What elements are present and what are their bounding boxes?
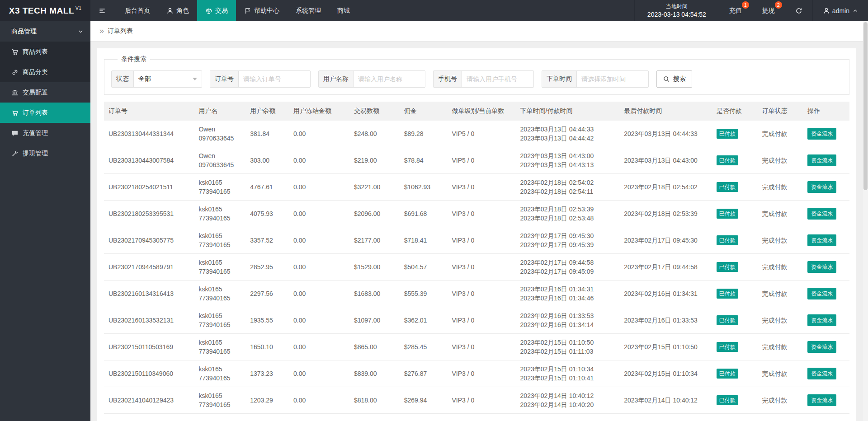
cell-paid: 已付款 <box>712 334 758 360</box>
cell-paid: 已付款 <box>712 147 758 174</box>
comment-icon <box>11 130 19 137</box>
refresh-icon <box>795 7 802 14</box>
fund-flow-button[interactable]: 资金流水 <box>807 314 836 326</box>
phone-input[interactable] <box>462 71 533 87</box>
search-panel-title: 条件搜索 <box>118 55 150 63</box>
nav-item-mall[interactable]: 商城 <box>329 0 358 21</box>
status-selected-value: 全部 <box>138 75 151 83</box>
cell-action: 资金流水 <box>803 201 849 227</box>
col-order-time: 下单时间/付款时间 <box>516 102 620 121</box>
order-time-input[interactable] <box>577 71 648 87</box>
user-name: ksk0165 <box>198 258 241 267</box>
sidebar-item-trade-config[interactable]: 交易配置 <box>0 82 90 103</box>
col-user-name: 用户名 <box>194 102 245 121</box>
refresh-button[interactable] <box>785 0 812 21</box>
user-name: ksk0165 <box>198 365 241 374</box>
cell-commission: $691.68 <box>400 201 448 227</box>
fund-flow-button[interactable]: 资金流水 <box>807 394 836 406</box>
cell-action: 资金流水 <box>803 334 849 360</box>
fund-flow-button[interactable]: 资金流水 <box>807 341 836 353</box>
pay-time: 2023年02月15日 01:11:03 <box>520 347 615 356</box>
cell-level: VIP3 / 0 <box>447 201 515 227</box>
cell-order-no: UB2302141040129423 <box>104 387 194 414</box>
col-frozen: 用户冻结金额 <box>289 102 349 121</box>
cell-frozen: 0.00 <box>289 254 349 281</box>
cell-amount: $1683.00 <box>349 281 400 307</box>
user-name: Owen <box>198 151 241 160</box>
sidebar-item-recharge-manage[interactable]: 充值管理 <box>0 123 90 143</box>
cell-user: ksk0165 773940165 <box>194 227 245 254</box>
cell-paid: 已付款 <box>712 201 758 227</box>
cell-frozen: 0.00 <box>289 307 349 334</box>
cell-action: 资金流水 <box>803 254 849 281</box>
cell-commission: $718.41 <box>400 227 448 254</box>
cart-icon <box>11 109 19 117</box>
nav-item-recharge[interactable]: 充值 1 <box>719 0 752 21</box>
cell-status: 完成付款 <box>757 360 803 387</box>
nav-item-help-center[interactable]: 帮助中心 <box>236 0 288 21</box>
user-name: Owen <box>198 125 241 134</box>
cell-level: VIP3 / 0 <box>447 281 515 307</box>
order-time: 2023年02月17日 09:44:58 <box>520 258 615 267</box>
table-row: UB2302150110503169 ksk0165 773940165 165… <box>104 334 849 360</box>
sidebar-item-goods-list[interactable]: 商品列表 <box>0 42 90 62</box>
cell-balance: 3357.52 <box>245 227 289 254</box>
sidebar-group-goods[interactable]: 商品管理 <box>0 21 90 42</box>
user-account: 0970633645 <box>198 160 241 169</box>
nav-item-role[interactable]: 角色 <box>158 0 197 21</box>
fund-flow-button[interactable]: 资金流水 <box>807 208 836 220</box>
pay-time: 2023年02月16日 01:34:46 <box>520 294 615 303</box>
nav-item-home[interactable]: 后台首页 <box>117 0 158 21</box>
cell-level: VIP3 / 0 <box>447 360 515 387</box>
nav-item-system[interactable]: 系统管理 <box>288 0 329 21</box>
cell-level: VIP3 / 0 <box>447 387 515 414</box>
col-amount: 交易数额 <box>349 102 400 121</box>
fund-flow-button[interactable]: 资金流水 <box>807 128 836 140</box>
cell-order-time: 2023年02月15日 01:10:34 2023年02月15日 01:10:4… <box>516 360 620 387</box>
cell-paid: 已付款 <box>712 281 758 307</box>
nav-item-trade[interactable]: 交易 <box>197 0 236 21</box>
order-no-input[interactable] <box>239 71 310 87</box>
fund-flow-button[interactable]: 资金流水 <box>807 261 836 273</box>
cell-frozen: 0.00 <box>289 360 349 387</box>
scrollbar-thumb[interactable] <box>863 22 868 190</box>
fund-flow-button[interactable]: 资金流水 <box>807 154 836 166</box>
pay-time: 2023年02月17日 09:45:09 <box>520 267 615 276</box>
fund-flow-button[interactable]: 资金流水 <box>807 181 836 193</box>
user-name-filter-group: 用户名称 <box>318 70 425 88</box>
sidebar-item-order-list[interactable]: 订单列表 <box>0 103 90 123</box>
cell-balance: 2297.56 <box>245 281 289 307</box>
logo-version: V1 <box>75 6 81 11</box>
sidebar-item-withdraw-manage[interactable]: 提现管理 <box>0 143 90 164</box>
user-menu[interactable]: admin <box>812 0 868 21</box>
status-select[interactable]: 全部 <box>134 71 202 87</box>
user-name-input[interactable] <box>354 71 425 87</box>
username: admin <box>832 7 849 14</box>
cell-paid: 已付款 <box>712 121 758 147</box>
cell-order-no: UB2302180253395531 <box>104 201 194 227</box>
fund-flow-button[interactable]: 资金流水 <box>807 288 836 299</box>
breadcrumb: » 订单列表 <box>90 21 868 42</box>
cell-order-time: 2023年02月18日 02:54:02 2023年02月18日 02:54:1… <box>516 174 620 201</box>
chevron-down-icon <box>78 28 84 34</box>
cell-level: VIP3 / 0 <box>447 307 515 334</box>
table-row: UB2302170945305775 ksk0165 773940165 335… <box>104 227 849 254</box>
page-scrollbar[interactable] <box>863 21 868 421</box>
cell-commission: $269.94 <box>400 387 448 414</box>
status-label: 状态 <box>112 71 134 87</box>
cell-paid: 已付款 <box>712 254 758 281</box>
sidebar-item-goods-category[interactable]: 商品分类 <box>0 62 90 82</box>
cell-amount: $2177.00 <box>349 227 400 254</box>
nav-item-withdraw[interactable]: 提现 2 <box>752 0 785 21</box>
bank-icon <box>11 89 19 96</box>
cell-amount: $2096.00 <box>349 201 400 227</box>
cell-status: 完成付款 <box>757 227 803 254</box>
cell-user: ksk0165 773940165 <box>194 201 245 227</box>
collapse-sidebar-button[interactable] <box>90 0 117 21</box>
fund-flow-button[interactable]: 资金流水 <box>807 368 836 379</box>
search-button[interactable]: 搜索 <box>656 70 692 88</box>
sidebar-item-label: 交易配置 <box>23 89 48 97</box>
cell-commission: $1062.93 <box>400 174 448 201</box>
fund-flow-button[interactable]: 资金流水 <box>807 234 836 246</box>
user-name-label: 用户名称 <box>319 71 354 87</box>
